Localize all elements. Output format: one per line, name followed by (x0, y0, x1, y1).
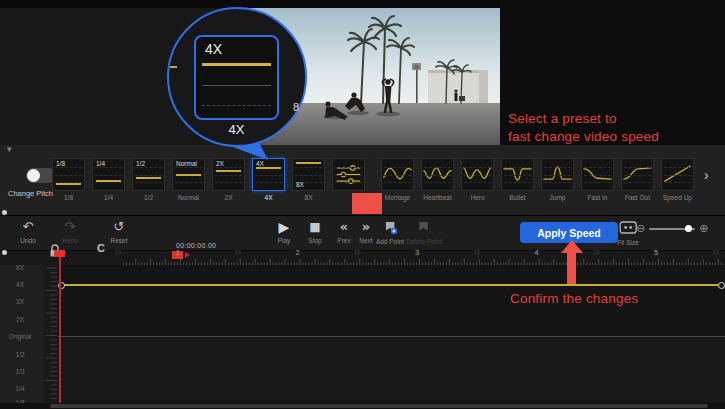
speed-scale-label-3x: 3X (0, 298, 40, 305)
time-ruler[interactable]: C 00:00:00.00 12345151515151515 (0, 250, 725, 266)
tile-gridline (55, 175, 82, 176)
panel-handle-dot[interactable] (2, 250, 7, 255)
undo-button[interactable]: ↶ Undo (20, 219, 36, 244)
tile-gridline (584, 175, 611, 176)
preset-bullet[interactable]: Bullet (501, 158, 534, 201)
zoom-slider[interactable]: ⊖ ⊕ (636, 222, 708, 235)
preset-1-2[interactable]: 1/21/2 (132, 158, 165, 201)
preset-tile[interactable] (621, 158, 654, 191)
tile-gridline (624, 182, 651, 183)
tile-gridline (335, 182, 362, 183)
preset-montage[interactable]: Montage (381, 158, 414, 201)
play-button[interactable]: ▶ Play (278, 219, 291, 244)
preset-heartbeat[interactable]: Heartbeat (421, 158, 454, 201)
prev-button[interactable]: « Prev (337, 219, 350, 244)
preset-fast-out[interactable]: Fast Out (621, 158, 654, 201)
tile-gridline (464, 167, 491, 168)
stop-icon: ■ (308, 219, 321, 235)
preset-tile[interactable] (461, 158, 494, 191)
snap-icon[interactable]: C (97, 242, 105, 254)
tile-speed-line (176, 174, 201, 176)
tile-gridline (424, 167, 451, 168)
ruler-sub-label: 15 (115, 249, 122, 255)
horizontal-scrollbar-thumb[interactable] (50, 404, 708, 408)
preset-caption: 8X (292, 194, 325, 201)
tile-gridline (624, 167, 651, 168)
tile-label: 8X (296, 181, 304, 188)
preset-1-8[interactable]: 1/81/8 (52, 158, 85, 201)
tile-gridline (384, 175, 411, 176)
tile-speed-line (56, 183, 81, 185)
speed-curve-line[interactable] (61, 284, 722, 286)
original-speed-gridline (58, 336, 725, 337)
reset-button[interactable]: ↺ Reset (111, 219, 128, 244)
ruler-second-label: 5 (654, 248, 658, 257)
preset-1-4[interactable]: 1/41/4 (92, 158, 125, 201)
ruler-second-label: 2 (295, 248, 299, 257)
tile-label: 1/2 (136, 160, 145, 167)
preset-tile[interactable]: 1/2 (132, 158, 165, 191)
tile-speed-line (256, 167, 281, 169)
tile-gridline (135, 182, 162, 183)
speed-scale-label-8x: 8X (0, 264, 40, 271)
tile-gridline (424, 175, 451, 176)
preset-tile[interactable] (661, 158, 694, 191)
preset-caption: 1/2 (132, 194, 165, 201)
tile-gridline (504, 167, 531, 168)
reset-icon: ↺ (111, 219, 128, 235)
playhead-line[interactable] (59, 257, 61, 403)
redo-icon: ↷ (62, 219, 78, 235)
next-icon: » (359, 219, 372, 235)
tile-gridline (544, 182, 571, 183)
speed-editor-window: Select a preset to fast change video spe… (0, 0, 725, 409)
zoom-out-icon[interactable]: ⊖ (636, 222, 645, 235)
tile-gridline (335, 167, 362, 168)
tile-gridline (255, 175, 282, 176)
preset-tile[interactable] (541, 158, 574, 191)
preset-8x[interactable]: 8X8X (292, 158, 325, 201)
annotation-red-square (352, 193, 382, 214)
horizontal-scrollbar[interactable] (0, 403, 725, 409)
speed-scale-label-1-4: 1/4 (0, 385, 40, 392)
add-point-icon (376, 220, 404, 236)
magnified-speed-line (202, 63, 271, 66)
zoom-slider-track[interactable] (649, 228, 695, 230)
tile-gridline (135, 175, 162, 176)
preset-fast-in[interactable]: Fast In (581, 158, 614, 201)
zoom-in-icon[interactable]: ⊕ (699, 222, 708, 235)
toggle-knob-icon (27, 169, 40, 182)
add-point-button[interactable]: Add Point (376, 219, 404, 245)
tile-gridline (504, 182, 531, 183)
next-button[interactable]: » Next (359, 219, 372, 244)
preset-tile[interactable] (581, 158, 614, 191)
preset-tile[interactable]: 1/8 (52, 158, 85, 191)
preset-caption: Fast Out (621, 194, 654, 201)
play-icon: ▶ (278, 219, 291, 235)
preset-tile[interactable] (332, 158, 365, 191)
preset-tile[interactable]: 8X (292, 158, 325, 191)
preset-tile[interactable] (421, 158, 454, 191)
preset-caption: Fast In (581, 194, 614, 201)
delete-point-button[interactable]: Delete Point (406, 219, 441, 245)
more-presets-chevron-icon[interactable]: › (704, 167, 709, 183)
curve-point-end[interactable] (718, 282, 725, 289)
tile-gridline (424, 182, 451, 183)
preset-hero[interactable]: Hero (461, 158, 494, 201)
preset-jump[interactable]: Jump (541, 158, 574, 201)
annotation-line2: fast change video speed (508, 128, 659, 146)
preset-tile[interactable]: 1/4 (92, 158, 125, 191)
zoom-slider-handle[interactable] (685, 225, 692, 232)
panel-handle-dot[interactable] (2, 210, 7, 215)
preset-caption: 4X (252, 194, 285, 201)
preset-caption: Montage (381, 194, 414, 201)
preset-tile[interactable] (501, 158, 534, 191)
redo-button[interactable]: ↷ Redo (62, 219, 78, 244)
preset-speed-up[interactable]: Speed Up (661, 158, 694, 201)
collapse-caret-icon[interactable]: ▾ (7, 144, 12, 154)
clip-start-marker[interactable] (54, 250, 65, 257)
tile-gridline (255, 182, 282, 183)
stop-button[interactable]: ■ Stop (308, 219, 321, 244)
neighbor-tile-label-fragment: 8 (293, 101, 299, 113)
preset-tile[interactable] (381, 158, 414, 191)
preset-custom[interactable] (332, 158, 365, 194)
